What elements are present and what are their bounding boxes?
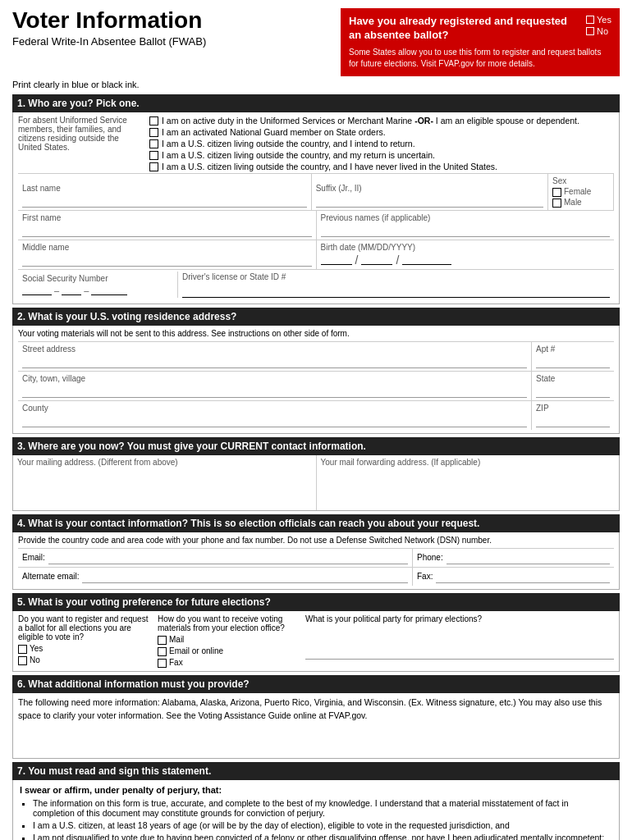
prev-names-input[interactable] bbox=[321, 224, 611, 237]
birth-date-input: / / bbox=[321, 253, 611, 267]
street-input[interactable] bbox=[22, 355, 527, 368]
birth-date-label: Birth date (MM/DD/YYYY) bbox=[321, 243, 611, 252]
street-label: Street address bbox=[22, 345, 76, 354]
s5-email-opt: Email or online bbox=[158, 646, 297, 656]
opt1-checkbox[interactable] bbox=[149, 116, 158, 126]
s2-wrapper: 2. What is your U.S. voting residence ad… bbox=[12, 308, 620, 434]
first-name-input[interactable] bbox=[22, 224, 312, 237]
alt-email-input[interactable] bbox=[82, 570, 408, 583]
alt-email-cell: Alternate email: bbox=[18, 568, 413, 586]
email-input[interactable] bbox=[48, 551, 408, 564]
phone-label: Phone: bbox=[417, 553, 443, 562]
fax-cell: Fax: bbox=[413, 568, 614, 586]
receive-q: How do you want to receive voting materi… bbox=[158, 614, 285, 632]
dl-input[interactable] bbox=[182, 285, 610, 298]
register-q: Do you want to register and request a ba… bbox=[18, 614, 148, 641]
ssn-seg3[interactable] bbox=[91, 285, 127, 295]
mailing-input[interactable] bbox=[17, 467, 312, 508]
registered-note: Some States allow you to use this form t… bbox=[349, 47, 611, 70]
birth-mm[interactable] bbox=[321, 254, 352, 265]
s1-opt3: I am a U.S. citizen living outside the c… bbox=[149, 139, 614, 148]
name-row2: First name Previous names (if applicable… bbox=[18, 210, 614, 240]
male-checkbox[interactable] bbox=[552, 199, 561, 208]
swear-label: I swear or affirm, under penalty of perj… bbox=[20, 785, 612, 795]
email-cell: Email: bbox=[18, 549, 413, 567]
no-checkbox[interactable] bbox=[586, 27, 594, 35]
s5-yes-label: Yes bbox=[30, 644, 43, 653]
prev-names-cell: Previous names (if applicable) bbox=[317, 211, 615, 240]
yes-checkbox[interactable] bbox=[586, 16, 594, 24]
opt4-checkbox[interactable] bbox=[149, 151, 158, 160]
county-cell: County bbox=[18, 401, 532, 430]
opt3-text: I am a U.S. citizen living outside the c… bbox=[162, 139, 415, 148]
s5-col1: Do you want to register and request a ba… bbox=[18, 614, 149, 665]
ssn-input: – – bbox=[22, 285, 173, 295]
city-cell: City, town, village bbox=[18, 372, 532, 400]
middle-name-input[interactable] bbox=[22, 253, 312, 267]
ssn-seg1[interactable] bbox=[22, 285, 52, 295]
prev-names-label: Previous names (if applicable) bbox=[321, 213, 611, 222]
s5-yes-checkbox[interactable] bbox=[18, 645, 27, 654]
last-name-label: Last name bbox=[22, 184, 307, 193]
section3-header: 3. Where are you now? You must give your… bbox=[12, 437, 620, 455]
s5-col3: What is your political party for primary… bbox=[305, 614, 614, 660]
city-input[interactable] bbox=[22, 385, 527, 398]
ssn-seg2[interactable] bbox=[62, 285, 81, 295]
addr-row2: City, town, village State bbox=[18, 371, 614, 400]
yes-option: Yes bbox=[586, 15, 611, 25]
s4-row2: Alternate email: Fax: bbox=[18, 567, 614, 586]
female-option: Female bbox=[552, 187, 609, 197]
register-opts: Yes No bbox=[18, 644, 149, 665]
email-label: Email: bbox=[22, 553, 45, 562]
female-label: Female bbox=[564, 187, 591, 196]
opt5-text: I am a U.S. citizen living outside the c… bbox=[162, 162, 497, 171]
s5-mail-checkbox[interactable] bbox=[158, 636, 167, 645]
section6-extra[interactable] bbox=[18, 722, 614, 755]
opt5-checkbox[interactable] bbox=[149, 162, 158, 171]
opt2-checkbox[interactable] bbox=[149, 128, 158, 137]
s1-left-note: For absent Uniformed Service members, th… bbox=[18, 116, 149, 173]
state-input[interactable] bbox=[536, 385, 610, 398]
female-checkbox[interactable] bbox=[552, 188, 561, 197]
s4-wrapper: 4. What is your contact information? Thi… bbox=[12, 514, 620, 590]
forwarding-label: Your mail forwarding address. (If applic… bbox=[321, 458, 481, 467]
receive-opts: Mail Email or online Fax bbox=[158, 635, 297, 668]
fax-input[interactable] bbox=[436, 570, 610, 583]
opt3-checkbox[interactable] bbox=[149, 139, 158, 148]
s1-opt2: I am an activated National Guard member … bbox=[149, 127, 614, 137]
state-label: State bbox=[536, 374, 555, 383]
s5-fax-checkbox[interactable] bbox=[158, 659, 167, 668]
last-name-input[interactable] bbox=[22, 194, 307, 208]
zip-input[interactable] bbox=[536, 414, 610, 427]
bullet-1: The information on this form is true, ac… bbox=[33, 798, 612, 818]
s5-mail-label: Mail bbox=[169, 635, 184, 644]
opt4-text: I am a U.S. citizen living outside the c… bbox=[162, 150, 435, 160]
s5-fax-opt: Fax bbox=[158, 658, 297, 668]
middle-name-cell: Middle name bbox=[18, 240, 317, 269]
s5-email-checkbox[interactable] bbox=[158, 647, 167, 656]
sex-options: Female Male bbox=[552, 187, 609, 208]
section1-header: 1. Who are you? Pick one. bbox=[12, 94, 620, 112]
suffix-input[interactable] bbox=[316, 194, 543, 208]
name-row1: Last name Suffix (Jr., II) Sex Female Ma… bbox=[18, 173, 614, 210]
s3-wrapper: 3. Where are you now? You must give your… bbox=[12, 437, 620, 511]
ssn-row: Social Security Number – – Driver's lice… bbox=[18, 269, 614, 300]
phone-input[interactable] bbox=[447, 551, 610, 564]
section5-header: 5. What is your voting preference for fu… bbox=[12, 593, 620, 611]
dl-cell: Driver's license or State ID # bbox=[178, 270, 614, 300]
apt-input[interactable] bbox=[536, 355, 610, 368]
party-input[interactable] bbox=[305, 627, 614, 660]
county-input[interactable] bbox=[22, 414, 527, 427]
section6-header: 6. What additional information must you … bbox=[12, 675, 620, 693]
apt-cell: Apt # bbox=[532, 342, 614, 371]
s1-opt1: I am on active duty in the Uniformed Ser… bbox=[149, 116, 614, 126]
s5-no-checkbox[interactable] bbox=[18, 656, 27, 665]
zip-cell: ZIP bbox=[532, 401, 614, 430]
birth-dd[interactable] bbox=[361, 254, 392, 265]
s5-email-label: Email or online bbox=[169, 646, 223, 655]
section4-note: Provide the country code and area code w… bbox=[18, 536, 614, 545]
birth-yyyy[interactable] bbox=[402, 254, 451, 265]
county-label: County bbox=[22, 404, 48, 413]
s1-opt4: I am a U.S. citizen living outside the c… bbox=[149, 150, 614, 160]
forwarding-input[interactable] bbox=[321, 467, 616, 508]
